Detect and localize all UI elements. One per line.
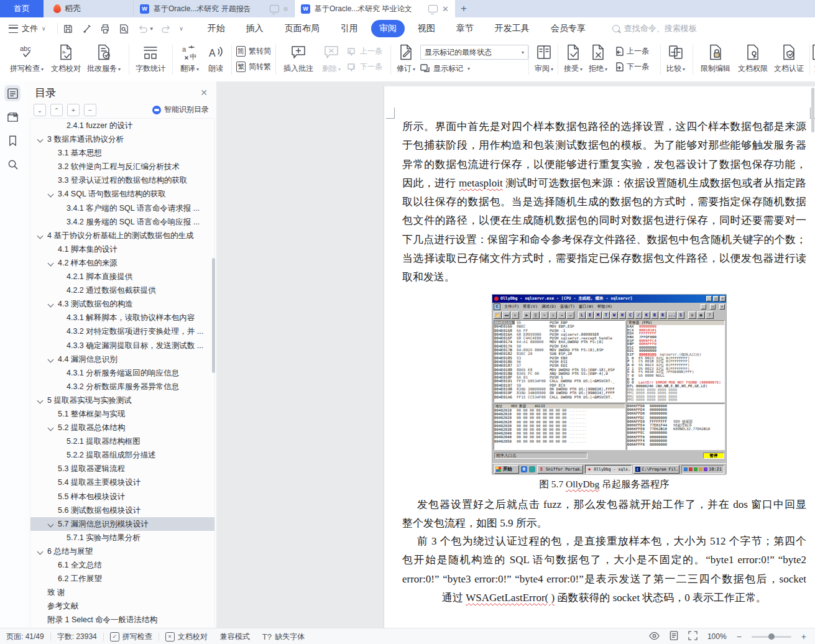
customize-toolbar-icon[interactable]: ∨ (179, 25, 183, 32)
fullscreen-icon[interactable] (688, 631, 698, 642)
toc-item[interactable]: 3.3 登录认证过程的数据包结构的获取 (30, 173, 214, 187)
sidebar-toc-button[interactable] (4, 85, 21, 101)
zoom-value[interactable]: 100% (707, 632, 727, 641)
doc-proofread-button[interactable]: a- 文档校对 (49, 44, 83, 74)
toc-item[interactable]: 4.1 脚本集的设计 (30, 242, 214, 256)
toc-expand-all-button[interactable]: + (67, 104, 80, 116)
word-count-button[interactable]: 字数统计 (133, 44, 168, 74)
track-changes-button[interactable]: 修订▾ (394, 44, 418, 74)
zoom-slider[interactable] (752, 636, 791, 638)
export-pdf-button[interactable] (81, 23, 93, 34)
reject-button[interactable]: 拒绝▾ (586, 44, 610, 74)
spell-check-status[interactable]: ✓ 拼写检查 (104, 632, 159, 642)
toc-item[interactable]: 6 总结与展望 (30, 545, 214, 558)
restrict-edit-button[interactable]: 限制编辑 (698, 44, 734, 74)
toc-item[interactable]: 5.4 提取器主要模块设计 (30, 476, 214, 489)
chevron-down-icon[interactable] (37, 548, 44, 554)
toc-item[interactable]: 4.3.3 确定漏洞提取目标，发送测试数 ... (30, 339, 214, 352)
toc-item[interactable]: 5.2.1 提取器结构框图 (30, 435, 214, 448)
ribbon-tab-开始[interactable]: 开始 (200, 20, 233, 37)
toc-item[interactable]: 4.2.2 通过数据包截获提供 (30, 283, 214, 297)
read-aloud-button[interactable]: A 朗读 (205, 44, 226, 74)
home-tab[interactable]: 首页 (0, 0, 44, 17)
zoom-slider-thumb[interactable] (768, 633, 775, 640)
doc-certify-button[interactable]: 文档认证 (771, 44, 806, 74)
ribbon-tab-开发工具[interactable]: 开发工具 (487, 20, 538, 37)
chevron-down-icon[interactable] (48, 301, 54, 308)
new-tab-button[interactable]: + (455, 0, 472, 17)
translate-button[interactable]: a中 翻译▾ (177, 44, 203, 74)
toc-item[interactable]: 参考文献 (30, 599, 214, 613)
toc-item[interactable]: 3.1 基本思想 (30, 146, 214, 160)
sidebar-search-button[interactable] (4, 156, 21, 172)
toc-item[interactable]: 5.7 漏洞信息识别模块设计 (30, 517, 214, 531)
page-view-icon[interactable] (670, 631, 678, 642)
toc-item[interactable]: 4.3 测试数据包的构造 (30, 297, 214, 311)
zoom-out-button[interactable]: − (737, 632, 742, 641)
show-markup-button[interactable]: 显示标记▾ (420, 63, 470, 74)
toc-item[interactable]: 5.2 提取器总体结构 (30, 421, 214, 435)
ribbon-tab-章节[interactable]: 章节 (448, 20, 482, 37)
toc-item[interactable]: 6.2 工作展望 (30, 572, 214, 586)
toc-scrollbar[interactable] (212, 258, 215, 373)
file-menu[interactable]: 文件 ∨ (0, 23, 52, 34)
prev-comment-button[interactable]: 上一条 (347, 46, 382, 57)
document-tab[interactable]: W 基于Oracle...术研究 开题报告 (134, 0, 295, 17)
command-search[interactable]: 查找命令、搜索模板 (612, 23, 697, 34)
toc-close-button[interactable]: ✕ (200, 88, 208, 98)
ribbon-tab-引用[interactable]: 引用 (333, 20, 366, 37)
toc-item[interactable]: 4.4 漏洞信息识别 (30, 352, 214, 366)
eye-protection-icon[interactable] (649, 632, 660, 642)
insert-comment-button[interactable]: 插入批注 (280, 44, 317, 74)
toc-item[interactable]: 3.4 SQL 语句数据包结构的获取 (30, 187, 214, 201)
zoom-in-button[interactable]: + (801, 632, 806, 641)
toc-item[interactable]: 4 基于协议分析基础上的测试数据包的生成 (30, 229, 214, 242)
document-tab-active[interactable]: W 基于Oracle...术研究 毕业论文 ✕ (295, 0, 455, 17)
toc-item[interactable]: 5.2.2 提取器组成部分描述 (30, 448, 214, 462)
next-change-button[interactable]: 下一条 (614, 62, 649, 72)
undo-button[interactable] (137, 23, 149, 34)
chevron-down-icon[interactable] (48, 521, 54, 527)
save-button[interactable] (63, 23, 74, 34)
page-indicator[interactable]: 页面: 41/49 (0, 632, 50, 642)
next-comment-button[interactable]: 下一条 (347, 62, 382, 72)
compare-button[interactable]: 比较▾ (664, 44, 688, 74)
ribbon-tab-审阅[interactable]: 审阅 (371, 20, 405, 37)
toc-item[interactable]: 6.1 全文总结 (30, 558, 214, 572)
document-page[interactable]: 所示。界面中首先是对四个样本数据包路径的选择设置，这四个样本数据包都是来源于包捕… (384, 86, 815, 628)
accept-button[interactable]: 接受▾ (561, 44, 585, 74)
toc-expand-down-button[interactable]: ⌄ (34, 104, 46, 116)
toc-item[interactable]: 5 提取器实现与实验测试 (30, 393, 214, 407)
print-button[interactable] (100, 23, 111, 34)
toc-item[interactable]: 4.3.2 对特定数据项进行变换处理，并 ... (30, 324, 214, 338)
chevron-down-icon[interactable] (48, 425, 54, 431)
ribbon-tab-插入[interactable]: 插入 (238, 20, 272, 37)
correction-service-button[interactable]: 批改服务▾ (84, 44, 124, 74)
chevron-down-icon[interactable] (48, 260, 54, 266)
chevron-down-icon[interactable] (37, 232, 44, 239)
clipped-ribbon-item[interactable]: 文 (812, 44, 815, 74)
close-tab-icon[interactable]: ✕ (442, 4, 449, 14)
prev-change-button[interactable]: 上一条 (614, 46, 649, 57)
trad-to-simp-button[interactable]: 简 繁转简 (236, 46, 271, 57)
toc-collapse-all-button[interactable]: − (84, 104, 96, 116)
toc-collapse-up-button[interactable]: ⌃ (50, 104, 63, 116)
toc-item[interactable]: 4.2.1 脚本直接提供 (30, 270, 214, 283)
toc-item[interactable]: 5.6 测试数据包模块设计 (30, 504, 214, 517)
toc-item[interactable]: 5.5 样本包模块设计 (30, 490, 214, 504)
toc-item[interactable]: 2.4.1 fuzzer 的设计 (30, 119, 214, 132)
doc-proof-status[interactable]: × 文档校对 (159, 632, 214, 642)
toc-item[interactable]: 5.7.1 实验与结果分析 (30, 531, 214, 545)
sidebar-chapter-button[interactable] (4, 109, 21, 125)
toc-item[interactable]: 5.1 整体框架与实现 (30, 407, 214, 421)
missing-font-indicator[interactable]: T? 缺失字体 (256, 632, 311, 642)
docer-tab[interactable]: 稻壳 (44, 0, 134, 17)
toc-item[interactable]: 致 谢 (30, 586, 214, 599)
toc-item[interactable]: 4.3.1 解释脚本，读取协议样本包内容 (30, 311, 214, 324)
print-preview-button[interactable] (119, 23, 130, 34)
redo-button[interactable] (160, 23, 172, 34)
markup-state-select[interactable]: 显示标记的最终状态 ▾ (420, 45, 528, 60)
chevron-down-icon[interactable] (37, 137, 44, 143)
toc-item[interactable]: 4.3.1 分析服务端返回的响应信息 (30, 366, 214, 380)
toc-item[interactable]: 3 数据库通讯协议分析 (30, 132, 214, 146)
